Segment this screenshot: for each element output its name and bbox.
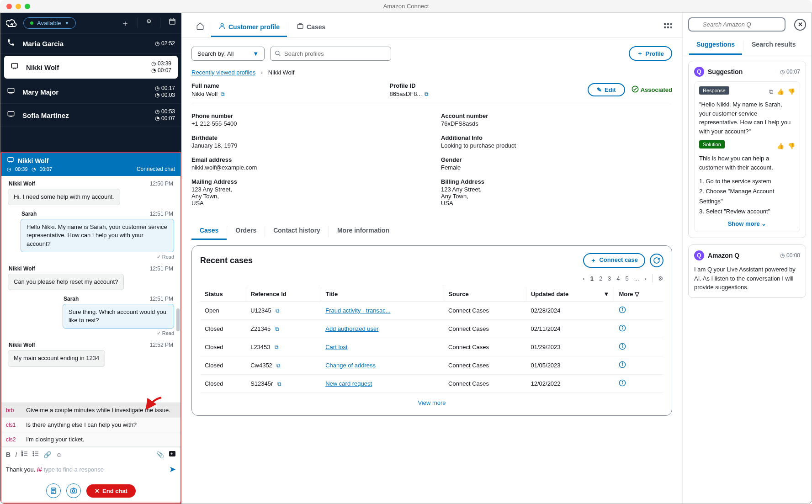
emoji-icon[interactable]: ☺: [56, 451, 62, 458]
add-icon[interactable]: ＋: [121, 18, 129, 29]
case-title[interactable]: New card request: [321, 375, 444, 393]
bullet-list-icon[interactable]: [32, 451, 39, 458]
subtab-orders[interactable]: Orders: [227, 223, 265, 240]
table-row[interactable]: ClosedS12345r ⧉New card requestConnect C…: [200, 375, 663, 393]
chat-transcript[interactable]: Nikki Wolf12:50 PM Hi. I need some help …: [1, 176, 180, 403]
agent-status-dropdown[interactable]: Available ▼: [23, 17, 76, 29]
subtab-contact-history[interactable]: Contact history: [265, 223, 329, 240]
contact-row[interactable]: Nikki Wolf ◷03:39 ◔00:07: [4, 56, 178, 79]
page-prev[interactable]: ‹: [583, 275, 584, 282]
tab-search-results[interactable]: Search results: [744, 36, 803, 55]
thumbs-down-icon[interactable]: 👎: [788, 143, 795, 149]
contact-row[interactable]: Mary Major ◷00:17 ◔00:03: [0, 80, 181, 104]
send-button[interactable]: ➤: [169, 464, 176, 474]
copy-icon[interactable]: ⧉: [425, 91, 429, 97]
case-more[interactable]: [614, 338, 663, 356]
compose-area[interactable]: Thank you. /# type to find a response ➤: [1, 462, 180, 479]
chat-status: Connected chat: [137, 166, 175, 172]
thumbs-up-icon[interactable]: 👍: [777, 88, 784, 95]
table-row[interactable]: OpenU12345 ⧉Fraud activity - transac...C…: [200, 302, 663, 320]
col-more[interactable]: More ▽: [614, 287, 663, 302]
screenshot-button[interactable]: [66, 483, 81, 498]
tab-cases[interactable]: Cases: [289, 19, 333, 37]
case-title[interactable]: Change of address: [321, 356, 444, 375]
case-more[interactable]: [614, 302, 663, 320]
quick-reply-row[interactable]: brb Give me a couple minutes while I inv…: [1, 403, 180, 418]
show-more-link[interactable]: Show more ⌄: [699, 220, 795, 227]
svg-rect-30: [664, 23, 666, 25]
case-title[interactable]: Add authorized user: [321, 320, 444, 338]
copy-icon[interactable]: ⧉: [221, 91, 225, 97]
calendar-icon[interactable]: [169, 18, 176, 29]
info-icon[interactable]: [619, 326, 626, 333]
copy-icon[interactable]: ⧉: [276, 362, 281, 369]
copy-icon[interactable]: ⧉: [275, 326, 279, 332]
italic-icon[interactable]: I: [15, 451, 17, 458]
minimize-window-button[interactable]: [16, 4, 21, 9]
profile-button[interactable]: ＋ Profile: [629, 46, 672, 61]
info-icon[interactable]: [619, 381, 626, 388]
table-row[interactable]: ClosedZ21345 ⧉Add authorized userConnect…: [200, 320, 663, 338]
info-icon[interactable]: [619, 363, 626, 370]
case-more[interactable]: [614, 375, 663, 393]
info-icon[interactable]: [619, 308, 626, 315]
svg-point-28: [221, 24, 223, 26]
link-icon[interactable]: 🔗: [43, 451, 51, 458]
settings-gear-icon[interactable]: ⚙: [146, 18, 152, 29]
maximize-window-button[interactable]: [25, 4, 30, 9]
subtab-more-info[interactable]: More information: [329, 223, 398, 240]
page-number[interactable]: 1: [590, 275, 594, 282]
tab-home[interactable]: [191, 18, 209, 37]
numbered-list-icon[interactable]: 123: [21, 451, 28, 458]
apps-grid-icon[interactable]: [664, 23, 672, 33]
amazon-q-search-input[interactable]: [688, 17, 785, 32]
tab-suggestions[interactable]: Suggestions: [689, 36, 742, 55]
profile-search-input[interactable]: [270, 47, 391, 61]
table-row[interactable]: ClosedL23453 ⧉Cart lostConnect Cases01/2…: [200, 338, 663, 356]
scrollbar-thumb[interactable]: [176, 308, 180, 331]
subtab-cases[interactable]: Cases: [191, 223, 227, 240]
template-icon[interactable]: +: [169, 450, 176, 459]
col-source[interactable]: Source: [444, 287, 526, 302]
connect-case-button[interactable]: ＋ Connect case: [583, 253, 645, 268]
case-title[interactable]: Cart lost: [321, 338, 444, 356]
thumbs-down-icon[interactable]: 👎: [788, 88, 795, 95]
view-more-link[interactable]: View more: [200, 393, 663, 408]
table-row[interactable]: ClosedCw4352 ⧉Change of addressConnect C…: [200, 356, 663, 375]
info-icon[interactable]: [619, 345, 626, 351]
end-chat-button[interactable]: ✕ End chat: [86, 484, 136, 498]
bold-icon[interactable]: B: [6, 451, 11, 458]
page-next[interactable]: ›: [645, 275, 647, 282]
refresh-button[interactable]: [650, 254, 663, 267]
breadcrumb-link[interactable]: Recently viewed profiles: [191, 69, 255, 76]
col-reference[interactable]: Reference Id: [246, 287, 321, 302]
quick-reply-row[interactable]: cls1 Is there anything else I can help y…: [1, 418, 180, 432]
page-number[interactable]: 5: [626, 275, 629, 282]
copy-icon[interactable]: ⧉: [275, 344, 279, 350]
contact-row[interactable]: Maria Garcia ◷02:52: [0, 34, 181, 54]
page-number[interactable]: 4: [616, 275, 620, 282]
copy-icon[interactable]: ⧉: [769, 88, 773, 95]
copy-icon[interactable]: ⧉: [277, 381, 281, 387]
case-more[interactable]: [614, 320, 663, 338]
col-title[interactable]: Title: [321, 287, 444, 302]
col-updated[interactable]: Updated date▼: [526, 287, 614, 302]
edit-button[interactable]: ✎ Edit: [588, 83, 625, 96]
close-window-button[interactable]: [6, 4, 12, 9]
case-title[interactable]: Fraud activity - transac...: [321, 302, 444, 320]
copy-icon[interactable]: ⧉: [276, 308, 280, 314]
msg-bubble: My main account ending in 1234: [8, 350, 105, 366]
col-status[interactable]: Status: [200, 287, 246, 302]
thumbs-up-icon[interactable]: 👍: [777, 143, 784, 149]
case-more[interactable]: [614, 356, 663, 375]
quick-reply-row[interactable]: cls2 I'm closing your ticket.: [1, 432, 180, 447]
page-number[interactable]: 2: [599, 275, 602, 282]
tab-customer-profile[interactable]: Customer profile: [211, 19, 287, 37]
search-by-dropdown[interactable]: Search by: All ▼: [191, 47, 265, 61]
close-panel-button[interactable]: ✕: [794, 19, 806, 31]
contact-row[interactable]: Sofía Martínez ◷00:53 ◔00:07: [0, 104, 181, 127]
page-number[interactable]: 3: [608, 275, 611, 282]
table-settings-icon[interactable]: ⚙: [658, 275, 663, 282]
notes-button[interactable]: [46, 483, 61, 498]
attachment-icon[interactable]: 📎: [156, 451, 164, 458]
